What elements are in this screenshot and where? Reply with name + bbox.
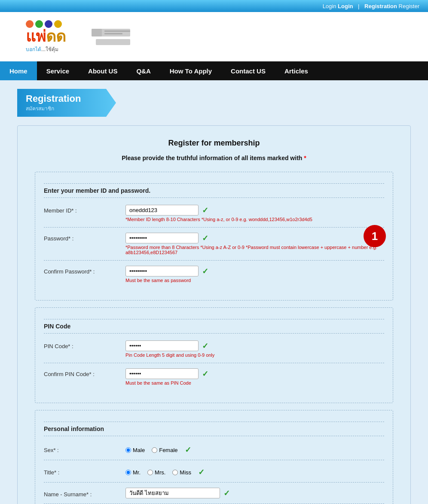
pin-section: PIN Code PIN Code* : ✓ Pin Code Length 5… [35, 307, 393, 403]
title-check: ✓ [198, 468, 205, 477]
title-radio-group: Mr. Mrs. Miss ✓ [125, 465, 384, 477]
confirm-pin-content: ✓ Must be the same as PIN Code [125, 368, 384, 386]
password-input-row: ✓ [125, 233, 384, 243]
title-field: Title* : Mr. Mrs. [44, 465, 384, 483]
sex-female-label: Female [159, 447, 177, 453]
registration-label: Registration [364, 3, 397, 9]
top-bar: Login Login | Registration Register [0, 0, 428, 12]
pin-code-input-row: ✓ [125, 340, 384, 351]
login-link[interactable]: Login [338, 3, 353, 9]
sex-female-option[interactable]: Female [152, 447, 177, 453]
title-mrs-option[interactable]: Mrs. [147, 469, 165, 476]
confirm-password-content: ✓ Must be the same as password [125, 266, 384, 283]
name-content: ✓ [125, 488, 384, 498]
pin-code-hint: Pin Code Length 5 digit and using 0-9 on… [125, 352, 384, 358]
password-hint: *Password more than 8 Characters *Using … [125, 245, 384, 255]
password-field: Password* : ✓ *Password more than 8 Char… [44, 233, 384, 261]
pin-code-content: ✓ Pin Code Length 5 digit and using 0-9 … [125, 340, 384, 358]
name-check: ✓ [223, 489, 230, 498]
sex-check: ✓ [185, 445, 191, 455]
title-mr-label: Mr. [133, 469, 141, 476]
member-id-input[interactable] [125, 205, 199, 216]
pin-code-field: PIN Code* : ✓ Pin Code Length 5 digit an… [44, 340, 384, 363]
header: แพ่ดด บอกได้...ใช้คุ้ม [0, 12, 428, 61]
logo-text: แพ่ดด [26, 29, 66, 44]
sex-female-radio[interactable] [152, 447, 157, 453]
nav-about[interactable]: About US [79, 61, 127, 80]
confirm-password-input-row: ✓ [125, 266, 384, 276]
sex-radio-group: Male Female ✓ [125, 443, 384, 455]
member-id-input-row: ✓ [125, 205, 384, 216]
title-content: Mr. Mrs. Miss ✓ [125, 465, 384, 477]
logo: แพ่ดด บอกได้...ใช้คุ้ม [26, 20, 66, 53]
title-mrs-radio[interactable] [147, 470, 153, 475]
id-card-illustration [92, 29, 130, 45]
nav-articles[interactable]: Articles [275, 61, 318, 80]
nav-home[interactable]: Home [0, 61, 37, 80]
member-id-hint: *Member ID length 8-10 Characters *Using… [125, 217, 384, 222]
step-1-indicator: 1 [364, 225, 386, 247]
password-content: ✓ *Password more than 8 Characters *Usin… [125, 233, 384, 255]
separator: | [358, 3, 359, 9]
sex-male-option[interactable]: Male [125, 447, 145, 453]
registration-banner: Registration สมัครสมาชิก [17, 89, 116, 117]
confirm-pin-label: Confirm PIN Code* : [44, 368, 125, 377]
pin-code-input[interactable] [125, 340, 199, 351]
logo-circles [26, 20, 62, 28]
required-asterisk: * [304, 155, 306, 161]
confirm-pin-check: ✓ [202, 369, 208, 379]
name-label: Name - Surname* : [44, 489, 125, 498]
nav-qna[interactable]: Q&A [127, 61, 160, 80]
nav-contact[interactable]: Contact US [221, 61, 275, 80]
confirm-pin-input[interactable] [125, 368, 199, 379]
confirm-pin-field: Confirm PIN Code* : ✓ Must be the same a… [44, 368, 384, 391]
logo-tagline: บอกได้...ใช้คุ้ม [26, 45, 58, 53]
page-body: Registration สมัครสมาชิก Register for me… [0, 80, 428, 504]
nav-service[interactable]: Service [37, 61, 79, 80]
member-id-content: ✓ *Member ID length 8-10 Characters *Usi… [125, 205, 384, 222]
circle-red [26, 20, 34, 28]
title-label: Title* : [44, 467, 125, 476]
member-id-section: 1 Enter your member ID and password. Mem… [35, 172, 393, 301]
personal-section-header: Personal information [44, 422, 384, 436]
title-miss-radio[interactable] [172, 470, 178, 475]
name-input[interactable] [125, 488, 220, 498]
password-check: ✓ [202, 234, 208, 243]
member-id-label: Member ID* : [44, 205, 125, 214]
name-field: Name - Surname* : ✓ [44, 488, 384, 504]
pin-code-check: ✓ [202, 341, 208, 351]
login-label: Login [323, 3, 336, 9]
sex-content: Male Female ✓ [125, 443, 384, 455]
title-mr-option[interactable]: Mr. [125, 469, 141, 476]
circle-yellow [54, 20, 62, 28]
title-mr-radio[interactable] [125, 470, 131, 475]
confirm-password-input[interactable] [125, 266, 199, 276]
confirm-password-label: Confirm Password* : [44, 266, 125, 275]
sex-male-label: Male [133, 447, 145, 453]
circle-green [35, 20, 43, 28]
pin-code-label: PIN Code* : [44, 340, 125, 349]
confirm-password-field: Confirm Password* : ✓ Must be the same a… [44, 266, 384, 288]
circle-blue [45, 20, 52, 28]
sex-male-radio[interactable] [125, 447, 131, 453]
registration-link[interactable]: Register [399, 3, 419, 9]
name-input-row: ✓ [125, 488, 384, 498]
pin-section-header: PIN Code [44, 319, 384, 334]
section1-header: Enter your member ID and password. [44, 183, 384, 198]
form-subtitle: Please provide the truthful information … [35, 155, 393, 161]
title-mrs-label: Mrs. [155, 469, 165, 476]
form-container: Register for membership Please provide t… [17, 125, 411, 504]
sex-label: Sex* : [44, 444, 125, 453]
password-input[interactable] [125, 233, 199, 243]
confirm-pin-input-row: ✓ [125, 368, 384, 379]
title-miss-label: Miss [180, 469, 191, 476]
banner-title: Registration [26, 93, 103, 104]
title-miss-option[interactable]: Miss [172, 469, 191, 476]
form-title: Register for membership [35, 139, 393, 148]
confirm-pin-hint: Must be the same as PIN Code [125, 380, 384, 386]
top-bar-links: Login Login | Registration Register [323, 3, 419, 9]
navigation: Home Service About US Q&A How To Apply C… [0, 61, 428, 80]
nav-how[interactable]: How To Apply [160, 61, 221, 80]
personal-section: Personal information Sex* : Male [35, 410, 393, 504]
password-label: Password* : [44, 233, 125, 242]
